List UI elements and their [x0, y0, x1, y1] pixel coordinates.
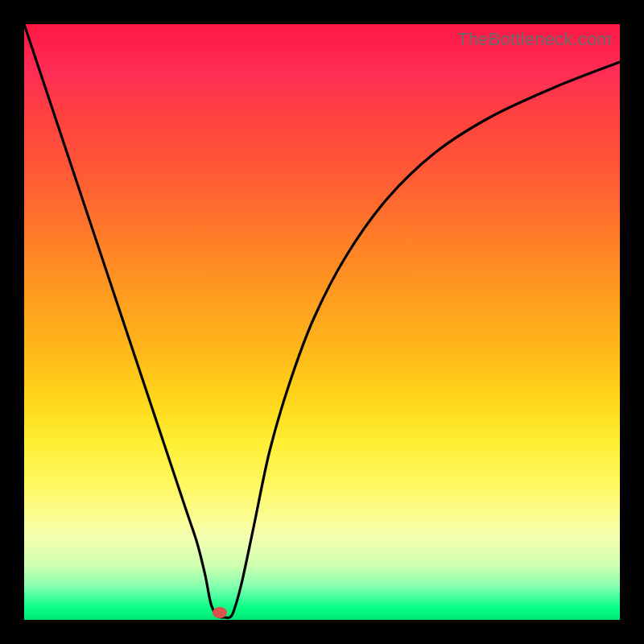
optimal-point-marker	[213, 607, 227, 618]
bottleneck-curve	[24, 24, 620, 620]
chart-plot-area: TheBottleneck.com	[24, 24, 620, 620]
